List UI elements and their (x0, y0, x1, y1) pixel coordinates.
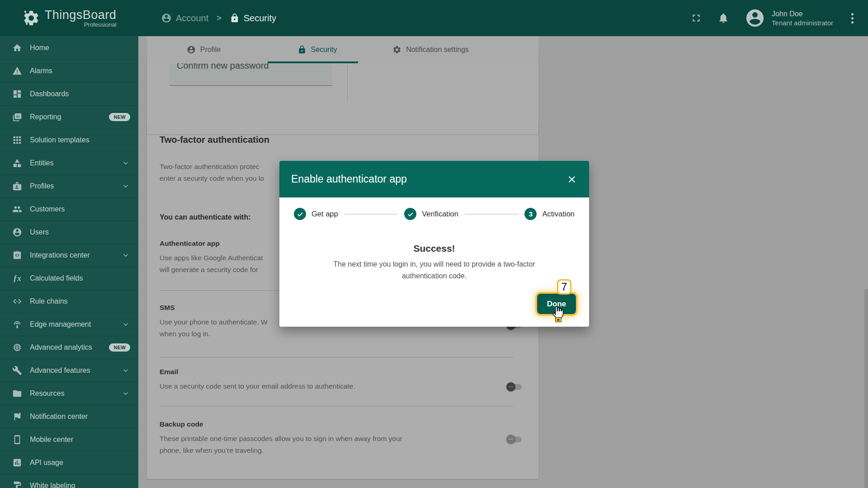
sidebar-item-api-usage[interactable]: API usage (0, 451, 138, 474)
avatar (745, 8, 765, 28)
enable-authenticator-dialog: Enable authenticator app Get app Verific… (279, 161, 589, 327)
step-number-icon: 3 (524, 208, 537, 220)
sidebar-item-dashboards[interactable]: Dashboards (0, 82, 138, 105)
dialog-stepper: Get app Verification 3 Activation (279, 208, 589, 220)
main-sidebar: Home Alarms Dashboards Reporting NEW Sol… (0, 36, 138, 488)
divider (160, 406, 513, 406)
sidebar-item-notification-center[interactable]: Notification center (0, 405, 138, 428)
settings-gear-icon (392, 45, 401, 54)
chevron-down-icon (121, 320, 130, 329)
chevron-down-icon (121, 389, 130, 398)
sidebar-item-rule-chains[interactable]: Rule chains (0, 290, 138, 313)
backup-code-toggle[interactable] (506, 435, 523, 444)
api-usage-chart-icon (12, 457, 23, 468)
sidebar-item-users[interactable]: Users (0, 221, 138, 244)
twofa-desc-line1: Two-factor authentication protec (160, 163, 259, 171)
sidebar-item-white-labeling[interactable]: White labeling (0, 474, 138, 488)
step-verification[interactable]: Verification (404, 208, 458, 220)
sidebar-item-advanced-features[interactable]: Advanced features (0, 359, 138, 382)
breadcrumb-separator: > (217, 14, 222, 23)
alarm-warning-icon (12, 66, 23, 76)
profiles-icon (12, 181, 23, 192)
step-check-icon (404, 208, 416, 220)
sidebar-item-advanced-analytics[interactable]: Advanced analytics NEW (0, 336, 138, 359)
folder-icon (12, 388, 23, 399)
account-tabs: Profile Security Notification settings (147, 36, 538, 63)
stepper-line (344, 214, 398, 215)
users-icon (12, 227, 23, 238)
lock-icon (230, 13, 240, 23)
chevron-down-icon (121, 366, 130, 375)
provider-sms-desc2: when you log in. (160, 330, 210, 338)
sidebar-item-integrations-center[interactable]: Integrations center (0, 244, 138, 267)
more-options-button[interactable] (849, 10, 856, 26)
close-icon[interactable] (566, 174, 577, 185)
sidebar-item-edge-management[interactable]: Edge management (0, 313, 138, 336)
account-icon (161, 13, 172, 23)
brand-logo[interactable]: ThingsBoard Professional (0, 8, 138, 28)
sidebar-item-entities[interactable]: Entities (0, 151, 138, 174)
profile-person-icon (187, 45, 196, 54)
breadcrumb: Account > Security (161, 13, 276, 23)
breadcrumb-account[interactable]: Account (161, 13, 208, 23)
provider-authenticator-desc2: will generate a security code for (160, 266, 258, 274)
rule-chains-icon (12, 296, 23, 307)
sidebar-item-alarms[interactable]: Alarms (0, 59, 138, 82)
stepper-line (465, 214, 519, 215)
step-check-icon (294, 208, 306, 220)
fullscreen-button[interactable] (690, 12, 702, 24)
dialog-header: Enable authenticator app (279, 161, 589, 197)
customers-icon (12, 204, 23, 215)
tutorial-step-badge: 7 (557, 279, 571, 295)
top-header-bar: ThingsBoard Professional Account > Secur… (0, 0, 868, 36)
provider-sms-desc1: Use your phone to authenticate. W (160, 318, 268, 326)
step-activation[interactable]: 3 Activation (524, 208, 575, 220)
new-badge: NEW (109, 113, 130, 121)
sidebar-item-customers[interactable]: Customers (0, 197, 138, 221)
tab-security[interactable]: Security (260, 36, 374, 63)
sidebar-item-mobile-center[interactable]: Mobile center (0, 428, 138, 451)
sidebar-item-profiles[interactable]: Profiles (0, 174, 138, 197)
integrations-icon (12, 250, 23, 261)
success-heading: Success! (279, 243, 589, 254)
twofa-desc-line2: enter a security code when you lo (160, 174, 264, 183)
success-message-line2: authentication code. (279, 272, 589, 280)
active-tab-indicator (268, 61, 358, 63)
provider-authenticator-title: Authenticator app (160, 239, 220, 248)
sidebar-item-solution-templates[interactable]: Solution templates (0, 128, 138, 151)
solution-templates-icon (12, 135, 23, 145)
tab-profile[interactable]: Profile (147, 36, 260, 63)
user-menu[interactable]: John Doe Tenant administrator (745, 8, 833, 28)
twofa-title: Two-factor authentication (160, 135, 269, 145)
function-fx-icon: ƒx (12, 273, 23, 284)
success-message-line1: The next time you login in, you will nee… (279, 260, 589, 268)
sidebar-item-reporting[interactable]: Reporting NEW (0, 105, 138, 128)
dialog-title: Enable authenticator app (291, 173, 407, 185)
new-badge: NEW (109, 343, 130, 352)
brand-subtitle: Professional (84, 21, 117, 28)
sidebar-item-calculated-fields[interactable]: ƒx Calculated fields (0, 267, 138, 290)
provider-backup-desc2: phone, like when you’re traveling. (160, 446, 264, 455)
sidebar-item-resources[interactable]: Resources (0, 382, 138, 405)
breadcrumb-security[interactable]: Security (230, 13, 276, 23)
email-toggle[interactable] (506, 382, 523, 391)
sidebar-item-home[interactable]: Home (0, 36, 138, 59)
thingsboard-logo-icon (22, 9, 40, 27)
user-role: Tenant administrator (772, 19, 833, 27)
provider-backup-title: Backup code (160, 420, 203, 428)
provider-sms-title: SMS (160, 304, 175, 312)
tools-icon (12, 365, 23, 376)
tab-notification-settings[interactable]: Notification settings (374, 36, 487, 63)
home-icon (12, 42, 23, 53)
done-button[interactable]: Done (537, 294, 576, 314)
notifications-bell-button[interactable] (717, 12, 729, 24)
reporting-icon (12, 112, 23, 122)
provider-authenticator-desc1: Use apps like Google Authenticat (160, 254, 263, 262)
provider-backup-desc1: These printable one-time passcodes allow… (160, 435, 402, 443)
divider (160, 357, 513, 357)
step-get-app[interactable]: Get app (294, 208, 338, 220)
chevron-down-icon (121, 182, 130, 191)
thingsboard-app: ThingsBoard Professional Account > Secur… (0, 0, 868, 488)
notification-flag-icon (12, 411, 23, 422)
vertical-scrollbar[interactable] (864, 289, 868, 488)
